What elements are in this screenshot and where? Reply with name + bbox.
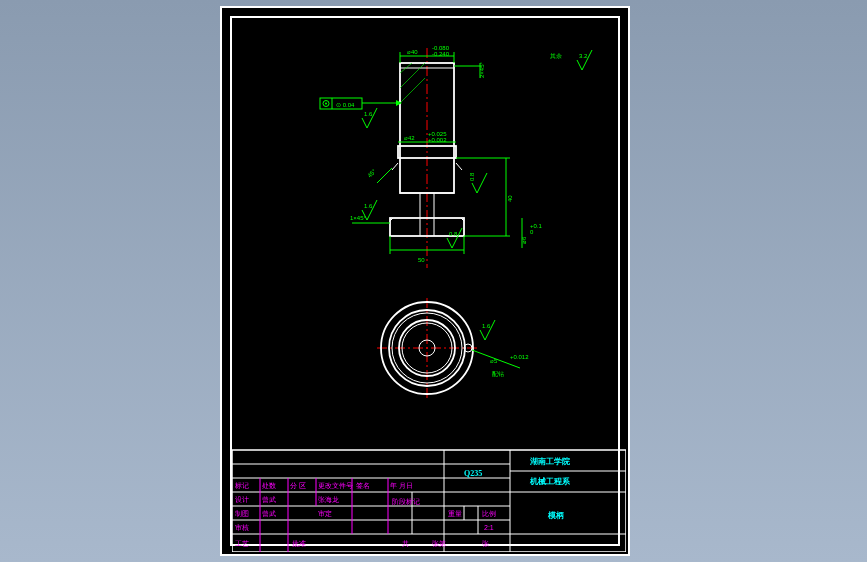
geom-tolerance: ⊙ 0.04 bbox=[320, 98, 402, 109]
scale-val: 2:1 bbox=[484, 524, 494, 531]
name-draw: 曾武 bbox=[262, 510, 276, 518]
lbl-draw: 制图 bbox=[235, 510, 249, 518]
drawing-canvas: ⌀40 -0.080 -0.240 2×45° ⌀42 +0.025 +0.00… bbox=[232, 18, 626, 552]
lbl-approve: 审定 bbox=[318, 510, 332, 518]
svg-point-33 bbox=[325, 103, 327, 105]
lbl-check: 审核 bbox=[235, 524, 249, 532]
dim-1x45: 1×45° bbox=[350, 215, 367, 221]
lbl-stage: 阶段标记 bbox=[392, 498, 420, 506]
lbl-sign: 签名 bbox=[356, 482, 370, 490]
department: 机械工程系 bbox=[529, 477, 571, 486]
dim-d6: ⌀6 bbox=[521, 236, 527, 244]
dim-d5-tol: +0.012 bbox=[510, 354, 529, 360]
lbl-scale: 比例 bbox=[482, 510, 496, 518]
lbl-doc: 更改文件号 bbox=[318, 482, 353, 490]
bottom-view: 1.6 ⌀5 +0.012 配钻 bbox=[377, 298, 529, 398]
svg-line-13 bbox=[400, 63, 425, 88]
lbl-mark: 标记 bbox=[234, 482, 249, 490]
dimensions: ⌀40 -0.080 -0.240 2×45° ⌀42 +0.025 +0.00… bbox=[350, 45, 543, 263]
dim-d6-tol-l: 0 bbox=[530, 229, 534, 235]
part-name: 模柄 bbox=[547, 511, 564, 520]
geom-val: ⊙ 0.04 bbox=[336, 102, 355, 108]
ra-08-1: 0.8 bbox=[469, 172, 475, 181]
drawing-frame: ⌀40 -0.080 -0.240 2×45° ⌀42 +0.025 +0.00… bbox=[230, 16, 620, 546]
dim-50: 50 bbox=[418, 257, 425, 263]
ra-16-2: 1.6 bbox=[364, 203, 373, 209]
lbl-count: 处数 bbox=[262, 482, 276, 490]
other-label: 其余 bbox=[550, 53, 562, 59]
dim-d40: ⌀40 bbox=[407, 49, 418, 55]
dim-d42-tol-l: +0.002 bbox=[428, 137, 447, 143]
lbl-ratify: 批准 bbox=[292, 540, 306, 548]
name-design2: 张海龙 bbox=[318, 496, 339, 504]
ra-16-3: 1.6 bbox=[482, 323, 491, 329]
svg-line-21 bbox=[377, 168, 392, 183]
material: Q235 bbox=[464, 469, 482, 478]
dim-d40-tol-l: -0.240 bbox=[432, 51, 450, 57]
lbl-design: 设计 bbox=[235, 496, 249, 504]
footer-0: 共 bbox=[402, 540, 409, 548]
ra-16-1: 1.6 bbox=[364, 111, 373, 117]
institution: 湖南工学院 bbox=[529, 457, 570, 466]
lbl-process: 工艺 bbox=[235, 540, 249, 548]
lbl-date: 年 月日 bbox=[390, 482, 413, 490]
ra-32: 3.2 bbox=[579, 53, 588, 59]
dim-d5: ⌀5 bbox=[490, 358, 498, 364]
svg-line-4 bbox=[392, 163, 398, 170]
dim-d5-label: 配钻 bbox=[492, 371, 504, 377]
footer-2: 张 bbox=[482, 540, 489, 548]
footer-1: 张第 bbox=[432, 540, 446, 548]
dim-chamfer2x45: 2×45° bbox=[479, 61, 485, 78]
ra-08-2: 0.8 bbox=[449, 231, 458, 237]
svg-line-14 bbox=[400, 78, 425, 103]
title-block: 湖南工学院 机械工程系 模柄 Q235 标记 处数 分 区 更改文件号 签名 年… bbox=[232, 450, 626, 552]
dim-45: 45° bbox=[366, 168, 377, 179]
dim-40: 40 bbox=[507, 195, 513, 202]
name-design: 曾武 bbox=[262, 496, 276, 504]
lbl-zone: 分 区 bbox=[290, 482, 306, 490]
svg-line-5 bbox=[456, 163, 462, 170]
dim-d42: ⌀42 bbox=[404, 135, 415, 141]
drawing-sheet: ⌀40 -0.080 -0.240 2×45° ⌀42 +0.025 +0.00… bbox=[220, 6, 630, 556]
lbl-weight: 重量 bbox=[448, 510, 462, 518]
